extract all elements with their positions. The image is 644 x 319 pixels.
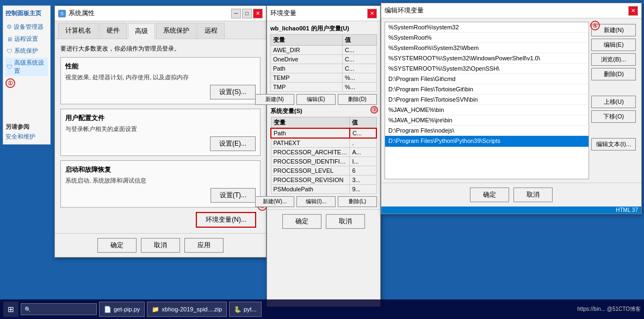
sidebar-item-device-manager[interactable]: ⚙ 设备管理器	[5, 22, 48, 32]
list-item[interactable]: D:\Program Files\TortoiseGit\bin	[385, 84, 589, 95]
table-row[interactable]: PSModulePath9...	[271, 185, 376, 194]
circle-2: 环境变量(N)... ②	[196, 212, 256, 228]
list-item[interactable]: %SYSTEMROOT%\System32\WindowsPowerShell\…	[385, 53, 589, 64]
minimize-btn[interactable]: ─	[231, 9, 241, 18]
table-row[interactable]: PROCESSOR_IDENTIFIERI...	[271, 157, 376, 166]
tab-remote[interactable]: 远程	[197, 23, 225, 39]
list-item[interactable]: %SystemRoot%	[385, 33, 589, 43]
close-btn[interactable]: ✕	[253, 9, 263, 18]
table-row[interactable]: PathC...	[271, 64, 377, 73]
table-row[interactable]: PROCESSOR_LEVEL6	[271, 166, 376, 176]
table-row[interactable]: TMP%...	[271, 83, 377, 92]
edit-env-titlebar: 编辑环境变量 ✕	[381, 3, 641, 18]
table-row[interactable]: PROCESSOR_ARCHITECT...A...	[271, 148, 376, 157]
desktop: 控制面板主页 ⚙ 设备管理器 🖥 远程设置 🛡 系统保护 🛡 高级系统设置 ① …	[0, 0, 644, 319]
edit-env-delete-btn[interactable]: 删除(D)	[591, 68, 636, 80]
var-name: OneDrive	[271, 55, 343, 64]
user-profiles-settings-btn[interactable]: 设置(E)...	[210, 136, 256, 151]
taskbar-item-xbhog[interactable]: 📁 xbhog-2019_spid....zip	[147, 302, 227, 317]
env-vars-bottom-btns: 确定 取消	[267, 209, 380, 233]
edit-env-ok-btn[interactable]: 确定	[470, 187, 509, 202]
html-label: HTML 37	[616, 207, 638, 213]
sidebar-item-system-protect[interactable]: 🛡 系统保护	[5, 46, 48, 56]
tab-advanced[interactable]: 高级	[128, 23, 155, 39]
list-item[interactable]: %SystemRoot%\System32\Wbem	[385, 43, 589, 53]
sidebar-item-remote-settings[interactable]: 🖥 远程设置	[5, 34, 48, 44]
search-bar[interactable]: 🔍	[21, 303, 97, 315]
var-name: PROCESSOR_LEVEL	[271, 166, 350, 176]
env-vars-window: 环境变量 ✕ wb_lichao001 的用户变量(U) 变量 值 AWE_DI…	[267, 5, 381, 307]
table-row[interactable]: PROCESSOR_REVISION3...	[271, 176, 376, 185]
startup-settings-btn[interactable]: 设置(T)...	[210, 188, 256, 203]
env-var-list[interactable]: %SystemRoot%\system32 %SystemRoot% %Syst…	[385, 22, 589, 179]
system-props-apply-btn[interactable]: 应用	[184, 238, 224, 253]
user-new-btn[interactable]: 新建(N)	[255, 94, 294, 105]
var-name: Path	[271, 128, 350, 138]
edit-env-move-down-btn[interactable]: 下移(O)	[591, 110, 636, 123]
tab-computer-name[interactable]: 计算机名	[58, 23, 98, 39]
edit-env-window: 编辑环境变量 ✕ ④ %SystemRoot%\system32 %System…	[381, 3, 642, 214]
advanced-icon: 🛡	[7, 64, 13, 70]
var-val: C...	[350, 128, 376, 138]
user-delete-btn[interactable]: 删除(D)	[338, 94, 377, 105]
list-item[interactable]: D:\Program Files\TortoiseSVN\bin	[385, 95, 589, 105]
edit-env-cancel-btn[interactable]: 取消	[513, 187, 553, 202]
var-name: PATHEXT	[271, 138, 350, 148]
env-ok-btn[interactable]: 确定	[282, 214, 321, 229]
system-props-cancel-btn[interactable]: 取消	[141, 238, 180, 253]
taskbar-right: https://bin... @51CTO博客	[577, 305, 641, 313]
performance-settings-btn[interactable]: 设置(S)...	[210, 85, 256, 99]
var-val: 6	[350, 166, 376, 176]
sidebar-item-security[interactable]: 安全和维护	[5, 133, 48, 141]
system-properties-window: S 系统属性 ─ □ ✕ 计算机名 硬件 高级 系统保护 远程 要进行大多数更改…	[54, 5, 267, 258]
tab-hardware[interactable]: 硬件	[100, 23, 127, 39]
list-item[interactable]: %SYSTEMROOT%\System32\OpenSSH\	[385, 64, 589, 74]
var-name: TMP	[271, 83, 343, 92]
taskbar-item-getpip[interactable]: 📄 get-pip.py	[99, 302, 145, 317]
list-item[interactable]: %SystemRoot%\system32	[385, 22, 589, 33]
list-item[interactable]: %JAVA_HOME%\jre\bin	[385, 115, 589, 126]
env-close-btn[interactable]: ✕	[367, 9, 377, 18]
table-row[interactable]: PATHEXT.	[271, 138, 376, 148]
list-item[interactable]: %JAVA_HOME%\bin	[385, 105, 589, 115]
table-row[interactable]: TEMP%...	[271, 73, 377, 83]
sys-delete-btn[interactable]: 删除(L)	[338, 196, 377, 207]
var-val: %...	[343, 83, 377, 92]
other-section-title: 另请参阅	[5, 123, 48, 131]
sys-edit-btn[interactable]: 编辑(I)...	[296, 196, 336, 207]
list-item[interactable]: D:\Program Files\nodejs\	[385, 126, 589, 136]
admin-notice: 要进行大多数更改，你必须作为管理员登录。	[60, 45, 261, 53]
table-row[interactable]: OneDriveC...	[271, 55, 377, 64]
taskbar-item-pyt[interactable]: 🐍 pyt...	[229, 302, 262, 317]
user-vars-table: 变量 值 AWE_DIRC... OneDriveC... PathC... T…	[270, 34, 377, 92]
system-props-ok-btn[interactable]: 确定	[97, 238, 137, 253]
sys-vars-table: 变量 值 PathC... PATHEXT. PROCESSOR_ARCHITE…	[270, 117, 377, 194]
edit-env-side-btns: 新建(N) 编辑(E) 浏览(B)... 删除(D) 上移(U) 下移(O) 编…	[589, 22, 638, 179]
system-props-titlebar: S 系统属性 ─ □ ✕	[55, 6, 266, 21]
start-btn[interactable]: ⊞	[3, 302, 18, 317]
edit-env-browse-btn[interactable]: 浏览(B)...	[591, 53, 636, 66]
edit-env-edit-text-btn[interactable]: 编辑文本(I)...	[591, 138, 636, 151]
list-item[interactable]: D:\Program Files\Git\cmd	[385, 74, 589, 84]
user-var-col-name: 变量	[271, 35, 343, 46]
table-row[interactable]: AWE_DIRC...	[271, 46, 377, 55]
xbhog-icon: 📁	[152, 306, 159, 313]
sys-new-btn[interactable]: 新建(W)...	[255, 196, 294, 207]
edit-env-edit-btn[interactable]: 编辑(E)	[591, 39, 636, 51]
sidebar-item-advanced[interactable]: 🛡 高级系统设置	[5, 58, 48, 76]
user-edit-btn[interactable]: 编辑(E)	[296, 94, 336, 105]
edit-env-status-bar: HTML 37	[381, 207, 641, 214]
var-val: C...	[343, 46, 377, 55]
env-cancel-btn[interactable]: 取消	[326, 214, 365, 229]
list-item-selected[interactable]: D:\Program Files\Python\Python39\Scripts	[385, 136, 589, 147]
edit-env-move-up-btn[interactable]: 上移(U)	[591, 96, 636, 108]
env-vars-btn[interactable]: 环境变量(N)...	[196, 212, 256, 228]
tab-system-protection[interactable]: 系统保护	[156, 23, 196, 39]
system-props-bottom-btns: 确定 取消 应用	[55, 233, 266, 257]
control-panel-title: 控制面板主页	[5, 9, 48, 17]
var-name: PROCESSOR_ARCHITECT...	[271, 148, 350, 157]
table-row[interactable]: PathC...	[271, 128, 376, 138]
system-props-tabs: 计算机名 硬件 高级 系统保护 远程	[55, 21, 266, 39]
maximize-btn[interactable]: □	[242, 9, 252, 18]
edit-env-close-btn[interactable]: ✕	[628, 6, 638, 16]
